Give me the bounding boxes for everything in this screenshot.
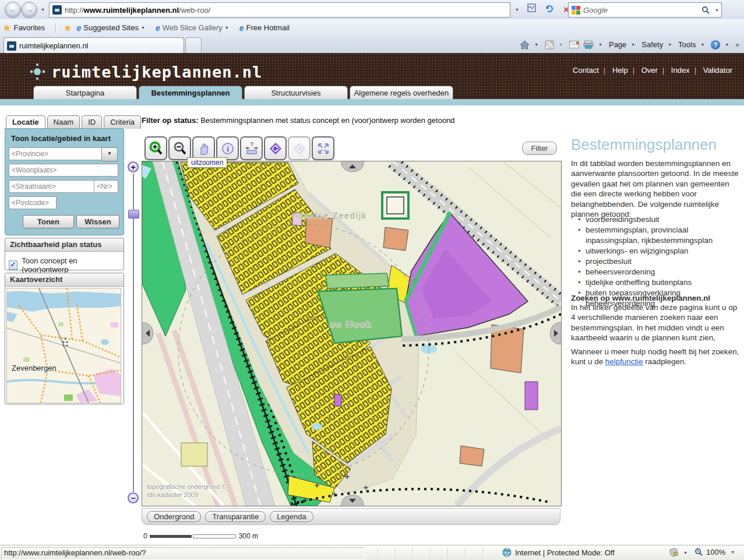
zoom-control[interactable]: 100% ▼ — [694, 548, 737, 557]
sidebar-tab-naam[interactable]: Naam — [47, 115, 80, 129]
safety-menu[interactable]: Safety▼ — [641, 40, 674, 49]
tab-structuurvisies[interactable]: Structuurvisies — [244, 86, 348, 100]
address-bar[interactable]: http://www.ruimtelijkeplannen.nl/web-roo… — [49, 2, 510, 17]
zoom-out-tool[interactable] — [168, 136, 191, 160]
wissen-button[interactable]: Wissen — [76, 215, 119, 228]
browser-tab[interactable]: ruimtelijkeplannen.nl — [3, 37, 184, 54]
ondergrond-button[interactable]: Ondergrond — [147, 511, 201, 522]
page-menu[interactable]: Page▼ — [609, 40, 637, 49]
tonen-button[interactable]: Tonen — [23, 215, 74, 228]
free-hotmail-link[interactable]: eFree Hotmail — [237, 23, 290, 33]
province-select[interactable] — [9, 147, 102, 160]
compatibility-icon — [527, 3, 537, 13]
list-item: uitwerkings- en wijzigingsplan — [578, 246, 741, 256]
province-dropdown-button[interactable]: ▼ — [101, 147, 118, 161]
toolbar-overflow-chevron[interactable]: » — [735, 41, 739, 49]
plan-status-panel: Zichtbaarheid plan status Toon concept e… — [5, 238, 124, 270]
legenda-button[interactable]: Legenda — [270, 511, 313, 522]
ie-icon: e — [239, 23, 244, 33]
helpfunctie-link[interactable]: helpfunctie — [605, 357, 643, 366]
scale-bar-light — [193, 534, 236, 538]
suggested-sites-link[interactable]: eSuggested Sites▼ — [74, 23, 147, 33]
nr-input[interactable] — [94, 180, 118, 193]
feeds-button[interactable]: ▼ — [545, 40, 565, 50]
zoom-slider-handle[interactable] — [128, 210, 139, 219]
list-item: beheersverordening — [578, 267, 741, 277]
arrow-up-icon — [349, 164, 356, 168]
search-icon[interactable] — [701, 6, 710, 15]
ie-icon: e — [156, 23, 160, 33]
zoom-in-slider-button[interactable]: + — [128, 161, 139, 172]
zoom-dropdown-icon[interactable]: ▼ — [731, 550, 735, 554]
overview-minimap[interactable]: Zevenbergen — [6, 288, 121, 403]
tab-startpagina[interactable]: Startpagina — [33, 86, 137, 100]
security-zone-indicator[interactable]: Internet | Protected Mode: Off — [502, 548, 615, 557]
map-scale-bar: 0 300 m — [143, 532, 258, 540]
tab-bar: ruimtelijkeplannen.nl ▼ ▼ ▼ Page▼ Safety… — [0, 36, 744, 53]
woonplaats-input[interactable] — [9, 164, 118, 177]
previous-extent-tool[interactable] — [264, 136, 287, 160]
filter-status-line: Filter op status: Bestemmingsplannen met… — [142, 116, 455, 125]
sidebar-tab-criteria[interactable]: Criteria — [104, 115, 141, 129]
tools-menu[interactable]: Tools▼ — [678, 40, 707, 49]
home-button[interactable]: ▼ — [520, 40, 541, 50]
google-logo — [572, 6, 580, 15]
pan-tool[interactable] — [192, 136, 215, 160]
history-dropdown-icon[interactable]: ▼ — [41, 8, 45, 12]
add-favorite-icon[interactable]: ★ — [64, 23, 72, 33]
zoom-out-slider-button[interactable]: − — [128, 492, 139, 503]
arrow-left-icon — [146, 330, 150, 337]
refresh-button[interactable] — [541, 2, 558, 17]
new-tab-button[interactable] — [185, 37, 202, 54]
home-icon — [520, 40, 530, 50]
straatnaam-input[interactable] — [9, 180, 96, 193]
address-dropdown-icon[interactable]: ▼ — [515, 8, 519, 12]
favorites-star-icon[interactable]: ★ — [3, 23, 10, 33]
full-extent-tool[interactable] — [312, 136, 334, 160]
site-logo[interactable]: ruimtelijkeplannen.nl — [29, 60, 262, 83]
arrow-down-icon — [349, 499, 356, 503]
tab-bestemmingsplannen[interactable]: Bestemmingsplannen — [139, 86, 242, 100]
back-button[interactable]: ← — [5, 2, 21, 18]
forward-button[interactable]: → — [21, 2, 37, 18]
header-link-contact[interactable]: Contact — [573, 66, 599, 75]
list-item: bestemmingsplan, provinciaal inpassingsp… — [578, 225, 741, 246]
shield-dropdown-icon[interactable]: ▼ — [683, 551, 687, 555]
sidebar-tab-id[interactable]: ID — [82, 115, 102, 129]
info-tool[interactable]: i — [216, 136, 239, 160]
measure-tool[interactable]: ? — [240, 136, 263, 160]
map-overview-title: Kaartoverzicht — [5, 273, 124, 287]
status-bar: http://www.ruimtelijkeplannen.nl/web-roo… — [0, 545, 744, 560]
search-box[interactable]: Google ▼ — [568, 2, 722, 17]
sidebar-tab-locatie[interactable]: Locatie — [6, 115, 45, 129]
arrow-right-icon — [554, 330, 558, 337]
address-url[interactable]: http://www.ruimtelijkeplannen.nl/web-roo… — [65, 6, 210, 15]
postcode-input[interactable] — [9, 196, 57, 209]
filter-button[interactable]: Filter — [522, 142, 557, 155]
zoom-in-tool[interactable] — [144, 136, 167, 160]
help-paragraph: Wanneer u meer hulp nodig heeft bij het … — [571, 347, 741, 367]
tab-algemene-regels[interactable]: Algemene regels overheden — [350, 86, 453, 100]
search-engine-label: Google — [583, 6, 701, 15]
zoom-slider-track[interactable] — [133, 174, 134, 492]
compatibility-view-button[interactable] — [523, 2, 540, 17]
map-toolbar: i ? — [144, 136, 334, 160]
help-menu[interactable]: ? ▼ — [711, 40, 731, 50]
search-dropdown-icon[interactable]: ▼ — [715, 8, 719, 12]
location-panel: Toon locatie/gebied in kaart ▼ Tonen Wis… — [5, 128, 124, 235]
divider — [55, 23, 57, 33]
header-link-index[interactable]: Index — [671, 66, 690, 75]
web-slice-gallery-link[interactable]: eWeb Slice Gallery▼ — [153, 23, 231, 33]
favorites-button[interactable]: Favorites — [13, 23, 44, 32]
header-link-help[interactable]: Help — [612, 66, 628, 75]
concept-checkbox[interactable] — [9, 260, 17, 270]
map-attribution: topografische ondergrond ©tdn,kadaster 2… — [147, 482, 227, 499]
smartscreen-button[interactable]: ▼ — [669, 548, 690, 557]
transparantie-button[interactable]: Transparantie — [205, 511, 266, 522]
print-button[interactable]: ▼ — [583, 40, 605, 49]
read-mail-button[interactable] — [569, 41, 579, 48]
header-link-validator[interactable]: Validator — [703, 66, 732, 75]
next-extent-tool[interactable] — [288, 136, 311, 160]
list-item: voorbereidingsbesluit — [578, 214, 741, 225]
header-link-over[interactable]: Over — [641, 66, 658, 75]
